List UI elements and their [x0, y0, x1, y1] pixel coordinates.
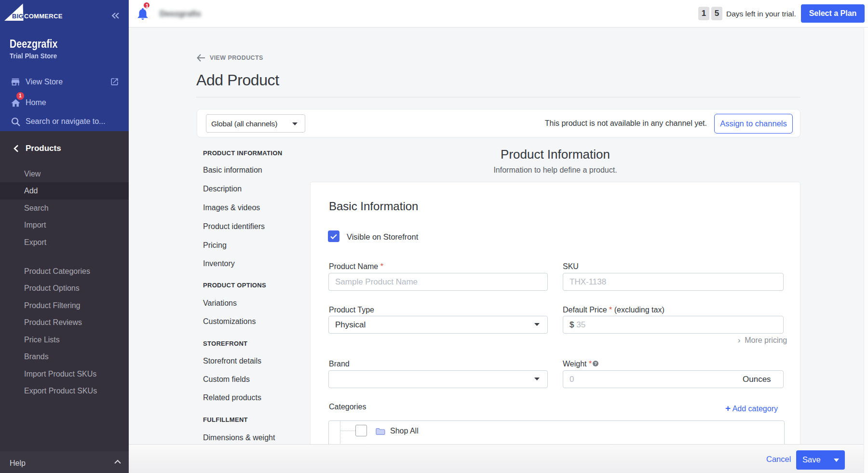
svg-text:COMMERCE: COMMERCE	[24, 13, 63, 20]
svg-text:BIG: BIG	[12, 13, 24, 20]
